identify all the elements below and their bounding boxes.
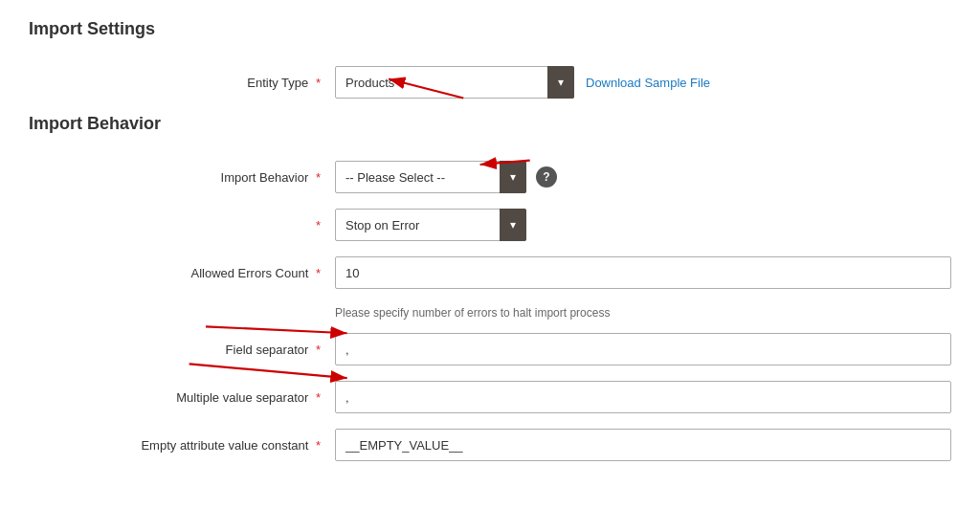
import-behavior-section: Import Behavior Import Behavior * -- Ple… — [29, 114, 951, 461]
allowed-errors-input[interactable] — [335, 256, 951, 289]
import-behavior-help-icon[interactable]: ? — [536, 166, 557, 188]
validation-strategy-row: * Stop on Error Skip Errors — [29, 209, 951, 241]
import-settings-title: Import Settings — [29, 19, 951, 47]
allowed-errors-helper-row: Please specify number of errors to halt … — [29, 304, 951, 320]
import-behavior-select-wrapper: -- Please Select -- Add/Update Replace D… — [335, 161, 526, 193]
empty-attribute-input[interactable] — [335, 429, 951, 461]
multiple-value-separator-required: * — [316, 390, 321, 405]
entity-type-select-wrapper: Products Customers Orders — [335, 66, 574, 99]
page-wrapper: Import Settings Entity Type * Products C… — [29, 19, 951, 461]
field-separator-label: Field separator * — [29, 343, 335, 357]
entity-type-select[interactable]: Products Customers Orders — [335, 66, 574, 99]
field-separator-row: Field separator * — [29, 333, 951, 365]
allowed-errors-helper-text: Please specify number of errors to halt … — [335, 306, 610, 320]
import-behavior-section-title: Import Behavior — [29, 114, 951, 142]
allowed-errors-required: * — [316, 266, 321, 280]
empty-attribute-row: Empty attribute value constant * — [29, 429, 951, 461]
import-behavior-select[interactable]: -- Please Select -- Add/Update Replace D… — [335, 161, 526, 193]
validation-strategy-select[interactable]: Stop on Error Skip Errors — [335, 209, 526, 241]
import-behavior-required: * — [316, 170, 321, 185]
validation-required: * — [316, 218, 321, 232]
import-behavior-label: Import Behavior * — [29, 170, 335, 185]
multiple-value-separator-row: Multiple value separator * — [29, 381, 951, 413]
multiple-value-separator-input[interactable] — [335, 381, 951, 413]
empty-attribute-required: * — [316, 438, 321, 453]
import-settings-section: Import Settings Entity Type * Products C… — [29, 19, 951, 99]
multiple-value-separator-label: Multiple value separator * — [29, 390, 335, 405]
entity-type-required: * — [316, 76, 321, 90]
empty-attribute-label: Empty attribute value constant * — [29, 438, 335, 453]
entity-type-row: Entity Type * Products Customers Orders … — [29, 66, 951, 99]
validation-strategy-select-wrapper: Stop on Error Skip Errors — [335, 209, 526, 241]
entity-type-label: Entity Type * — [29, 76, 335, 90]
download-sample-link[interactable]: Download Sample File — [586, 76, 710, 90]
allowed-errors-row: Allowed Errors Count * — [29, 256, 951, 289]
allowed-errors-label: Allowed Errors Count * — [29, 266, 335, 280]
field-separator-input[interactable] — [335, 333, 951, 365]
validation-strategy-label: * — [29, 218, 335, 232]
import-behavior-row: Import Behavior * -- Please Select -- Ad… — [29, 161, 951, 193]
helper-offset — [29, 304, 335, 320]
field-separator-required: * — [316, 343, 321, 357]
